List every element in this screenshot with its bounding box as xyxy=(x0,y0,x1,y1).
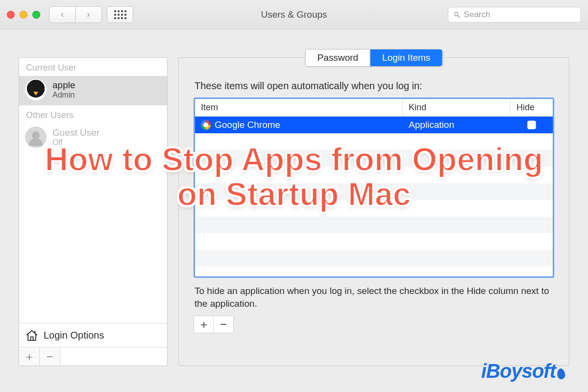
login-items-table: Item Kind Hide Google Chrome Application xyxy=(194,98,554,278)
login-items-intro: These items will open automatically when… xyxy=(195,80,554,92)
hide-checkbox[interactable] xyxy=(527,121,536,129)
search-icon xyxy=(453,11,461,19)
table-empty-rows xyxy=(195,133,553,276)
show-all-prefs-button[interactable] xyxy=(107,6,133,23)
user-name: apple xyxy=(52,80,75,90)
login-items-add-remove: ＋ − xyxy=(194,316,234,333)
brand-logo: iBoysoft xyxy=(481,360,565,382)
table-header: Item Kind Hide xyxy=(195,99,553,117)
user-row-guest[interactable]: Guest User Off xyxy=(19,123,167,153)
avatar xyxy=(25,79,47,100)
col-hide: Hide xyxy=(511,99,553,116)
forward-button[interactable]: › xyxy=(75,6,102,23)
minimize-window-button[interactable] xyxy=(20,11,27,19)
users-sidebar: Current User apple Admin Other Users Gue… xyxy=(19,57,168,366)
search-field[interactable] xyxy=(448,7,581,23)
svg-line-1 xyxy=(458,15,460,17)
tab-password[interactable]: Password xyxy=(306,49,370,66)
window-title: Users & Groups xyxy=(261,9,327,20)
item-kind: Application xyxy=(409,120,454,130)
col-item: Item xyxy=(195,99,403,116)
zoom-window-button[interactable] xyxy=(32,11,40,19)
chrome-icon xyxy=(201,120,211,130)
add-login-item-button[interactable]: ＋ xyxy=(194,316,214,333)
remove-user-button[interactable]: − xyxy=(40,347,60,366)
tabs: Password Login Items xyxy=(305,49,443,67)
svg-point-0 xyxy=(454,12,458,16)
nav-back-forward: ‹ › xyxy=(49,6,102,23)
add-user-button[interactable]: ＋ xyxy=(19,347,40,366)
house-icon xyxy=(25,328,39,342)
login-options-label: Login Options xyxy=(44,330,104,341)
back-button[interactable]: ‹ xyxy=(49,6,75,23)
traffic-lights xyxy=(7,11,40,19)
content-area: Current User apple Admin Other Users Gue… xyxy=(0,29,588,392)
tab-login-items[interactable]: Login Items xyxy=(370,49,442,66)
search-input[interactable] xyxy=(464,10,576,20)
user-name: Guest User xyxy=(52,128,99,137)
close-window-button[interactable] xyxy=(7,11,15,19)
user-row-current[interactable]: apple Admin xyxy=(19,76,167,105)
sidebar-add-remove: ＋ − xyxy=(19,347,167,366)
col-kind: Kind xyxy=(403,99,511,116)
hide-hint: To hide an application when you log in, … xyxy=(195,285,553,310)
titlebar: ‹ › Users & Groups xyxy=(0,0,588,29)
remove-login-item-button[interactable]: − xyxy=(214,316,233,333)
user-role: Off xyxy=(52,138,99,147)
brand-text: iBoysoft xyxy=(481,360,556,382)
avatar xyxy=(25,126,47,148)
current-user-label: Current User xyxy=(19,58,167,76)
droplet-icon xyxy=(557,368,566,380)
user-role: Admin xyxy=(52,91,75,99)
login-options-button[interactable]: Login Options xyxy=(19,323,167,347)
item-name: Google Chrome xyxy=(215,120,280,130)
grid-icon xyxy=(114,10,126,19)
other-users-label: Other Users xyxy=(19,105,167,123)
main-panel: Password Login Items These items will op… xyxy=(178,57,569,366)
table-row[interactable]: Google Chrome Application xyxy=(195,117,553,133)
